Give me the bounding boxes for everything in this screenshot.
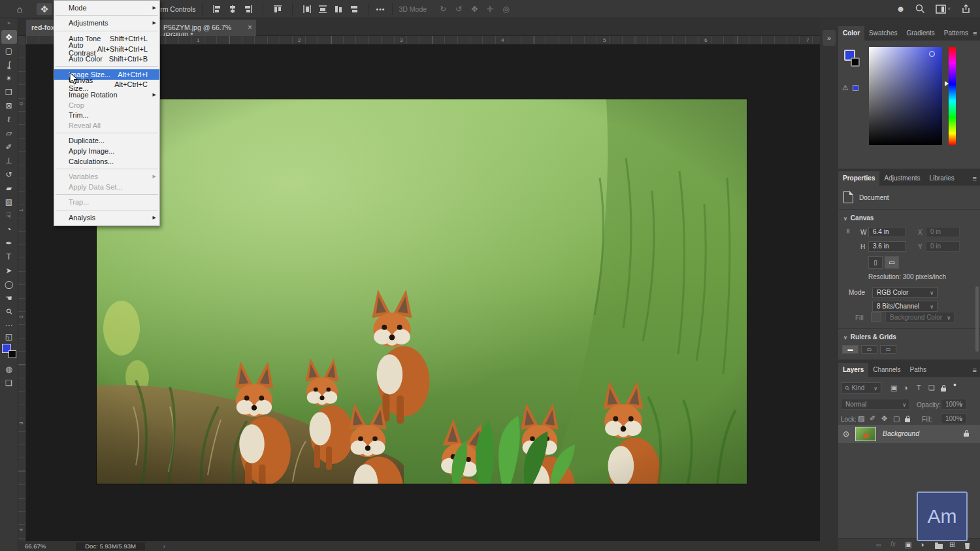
tab-layers[interactable]: Layers — [838, 363, 868, 377]
distribute-heights-icon[interactable] — [334, 5, 343, 14]
screen-mode-button[interactable]: ❏ — [1, 376, 17, 390]
distribute-center-icon[interactable] — [318, 5, 327, 14]
history-brush-tool[interactable]: ↺ — [1, 167, 17, 181]
home-icon[interactable]: ⌂ — [12, 4, 27, 14]
menu-item-apply-image[interactable]: Apply Image... — [54, 146, 159, 156]
align-right-edges-icon[interactable] — [244, 5, 253, 14]
guides-toggle-button[interactable]: ▭ — [880, 345, 896, 354]
brush-tool[interactable]: ✐ — [1, 140, 17, 154]
properties-scrollbar[interactable] — [975, 286, 979, 352]
visibility-eye-icon[interactable]: ⊙ — [843, 429, 849, 439]
new-layer-icon[interactable]: ⊞ — [949, 541, 955, 549]
hue-slider[interactable] — [949, 47, 956, 145]
crop-tool[interactable]: ❒ — [1, 85, 17, 99]
zoom-level[interactable]: 66.67% — [25, 543, 46, 550]
move-tool-icon[interactable]: ✥ — [37, 3, 52, 15]
dodge-tool[interactable]: ◔ — [1, 222, 17, 236]
share-icon[interactable] — [961, 4, 971, 14]
filter-shape-layers-icon[interactable]: ❏ — [928, 384, 935, 392]
lock-position-icon[interactable]: ✥ — [881, 414, 887, 423]
add-layer-mask-icon[interactable]: ▣ — [905, 541, 911, 549]
quick-selection-tool[interactable]: ✴ — [1, 71, 17, 85]
filter-toggle-icon[interactable]: ● — [953, 382, 956, 388]
align-left-edges-icon[interactable] — [212, 5, 221, 14]
layer-filter-select[interactable]: ⚲ Kind∨ — [841, 382, 881, 393]
tab-paths[interactable]: Paths — [906, 363, 932, 377]
width-field[interactable]: 6.4 in — [868, 227, 906, 237]
search-icon[interactable] — [915, 4, 925, 14]
menu-item-image-rotation[interactable]: Image Rotation▶ — [54, 90, 159, 100]
default-colors[interactable]: ◱ — [1, 332, 17, 341]
menu-item-auto-contrast[interactable]: Auto ContrastAlt+Shift+Ctrl+L — [54, 44, 159, 54]
new-adjustment-layer-icon[interactable]: ◑ — [920, 541, 924, 548]
hue-slider-arrow[interactable] — [945, 81, 949, 86]
frame-tool[interactable]: ⊠ — [1, 99, 17, 112]
lock-pixels-icon[interactable]: ✐ — [870, 414, 875, 423]
color-field-marker[interactable] — [929, 51, 935, 57]
grid-toggle-button[interactable]: ▭ — [861, 345, 877, 354]
rulers-toggle-button[interactable]: ▬ — [842, 345, 858, 354]
more-options-icon[interactable]: ••• — [376, 5, 385, 13]
distribute-widths-icon[interactable] — [350, 5, 359, 14]
filter-image-layers-icon[interactable]: ▣ — [890, 384, 897, 392]
panel-expand-icon[interactable]: » — [823, 30, 836, 46]
menu-item-analysis[interactable]: Analysis▶ — [54, 212, 159, 223]
account-icon[interactable]: ☻ — [896, 4, 906, 14]
tab-channels[interactable]: Channels — [868, 363, 905, 377]
layer-thumbnail[interactable] — [855, 427, 876, 441]
lasso-tool[interactable]: ʆ — [1, 58, 17, 71]
tab-libraries[interactable]: Libraries — [925, 171, 959, 186]
color-mode-select[interactable]: RGB Color∨ — [872, 287, 938, 298]
eraser-tool[interactable]: ▰ — [1, 181, 17, 195]
tab-properties[interactable]: Properties — [838, 171, 879, 186]
gradient-tool[interactable]: ▧ — [1, 195, 17, 209]
distribute-left-icon[interactable] — [302, 5, 312, 14]
rulers-grids-section-header[interactable]: ∨Rulers & Grids — [843, 333, 896, 341]
status-chevron-icon[interactable]: › — [163, 543, 165, 550]
menu-item-mode[interactable]: Mode▶ — [54, 3, 159, 13]
lock-artboard-icon[interactable]: ▢ — [893, 414, 900, 423]
close-icon[interactable]: × — [248, 23, 252, 32]
lock-all-icon[interactable] — [905, 416, 910, 424]
menu-item-adjustments[interactable]: Adjustments▶ — [54, 18, 159, 29]
bit-depth-select[interactable]: 8 Bits/Channel∨ — [872, 301, 938, 312]
background-color-swatch[interactable] — [851, 58, 860, 67]
filter-type-layers-icon[interactable]: T — [917, 384, 921, 392]
tab-adjustments[interactable]: Adjustments — [879, 171, 924, 186]
delete-layer-icon[interactable] — [964, 543, 970, 550]
fox-photo[interactable] — [97, 99, 747, 484]
color-wells[interactable] — [2, 344, 16, 358]
panel-menu-icon[interactable]: ≡ — [973, 26, 980, 41]
eyedropper-tool[interactable]: ℓ — [1, 112, 17, 126]
path-selection-tool[interactable]: ➤ — [1, 263, 17, 277]
tab-patterns[interactable]: Patterns — [939, 26, 973, 41]
canvas-section-header[interactable]: ∨Canvas — [843, 214, 874, 222]
layer-row-background[interactable]: ⊙ Background — [838, 425, 980, 443]
height-field[interactable]: 3.6 in — [868, 241, 906, 252]
panel-menu-icon[interactable]: ≡ — [973, 363, 980, 377]
healing-brush-tool[interactable]: ▱ — [1, 126, 17, 140]
workspace-switcher-icon[interactable]: ˅ — [936, 5, 951, 14]
pen-tool[interactable]: ✒ — [1, 236, 17, 250]
menu-item-calculations[interactable]: Calculations... — [54, 156, 159, 167]
menu-item-auto-color[interactable]: Auto ColorShift+Ctrl+B — [54, 54, 159, 64]
move-tool[interactable]: ✥ — [1, 30, 17, 44]
clone-stamp-tool[interactable]: ⊥ — [1, 154, 17, 167]
new-group-icon[interactable] — [935, 543, 943, 550]
menu-item-duplicate[interactable]: Duplicate... — [54, 136, 159, 146]
smudge-tool[interactable]: ☟ — [1, 209, 17, 222]
quick-mask-button[interactable]: ◍ — [1, 362, 17, 376]
menu-item-trim[interactable]: Trim... — [54, 110, 159, 120]
layer-name[interactable]: Background — [883, 429, 919, 437]
filter-locked-layers-icon[interactable] — [941, 385, 946, 393]
landscape-orientation-button[interactable]: ▭ — [885, 256, 899, 269]
link-dimensions-icon[interactable]: ∞ — [845, 229, 853, 234]
align-center-icon[interactable] — [228, 5, 237, 14]
gamut-warning-icon[interactable]: ⚠ — [842, 84, 849, 92]
shape-tool[interactable]: ◯ — [1, 277, 17, 291]
lock-transparent-icon[interactable]: ▨ — [858, 414, 864, 423]
toolbar-collapse-icon[interactable]: » — [0, 18, 18, 30]
filter-adjustment-layers-icon[interactable]: ◑ — [904, 384, 908, 392]
opacity-field[interactable]: 100%∨ — [941, 399, 967, 410]
color-field[interactable] — [869, 47, 942, 145]
